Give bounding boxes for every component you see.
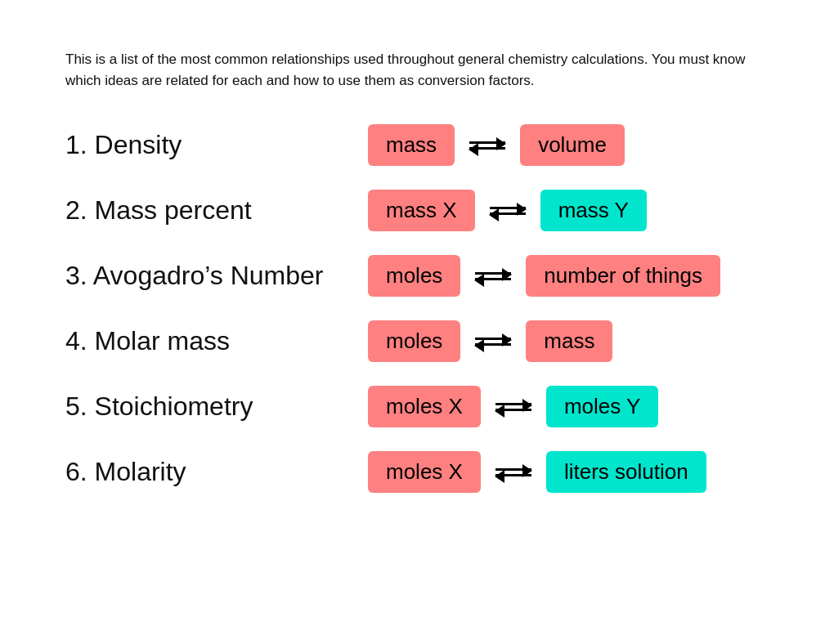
relationship-label-4: 4. Molar mass — [65, 326, 368, 356]
intro-paragraph: This is a list of the most common relati… — [65, 49, 769, 92]
relationship-item-3: 3. Avogadro’s Numbermolesnumber of thing… — [65, 248, 769, 305]
chip-right-2: mass Y — [540, 190, 647, 231]
relationship-chips-5: moles Xmoles Y — [368, 386, 658, 427]
chip-left-5: moles X — [368, 386, 481, 427]
relationship-label-3: 3. Avogadro’s Number — [65, 261, 368, 291]
relationship-item-4: 4. Molar massmolesmass — [65, 313, 769, 370]
arrows-6 — [492, 468, 535, 476]
chip-right-6: liters solution — [546, 451, 706, 493]
arrows-1 — [466, 141, 509, 150]
arrows-3 — [472, 272, 514, 280]
arrows-4 — [472, 338, 514, 346]
arrow-left-1 — [469, 147, 505, 150]
arrows-2 — [486, 207, 529, 215]
relationship-list: 1. Densitymassvolume2. Mass percentmass … — [65, 117, 769, 501]
arrow-left-6 — [495, 474, 531, 476]
relationship-chips-6: moles Xliters solution — [368, 451, 706, 493]
relationship-item-5: 5. Stoichiometrymoles Xmoles Y — [65, 378, 769, 436]
arrow-left-2 — [490, 212, 526, 215]
chip-right-3: number of things — [526, 255, 720, 297]
relationship-label-1: 1. Density — [65, 130, 368, 160]
chip-left-4: moles — [368, 320, 460, 362]
chip-right-5: moles Y — [546, 386, 658, 427]
relationship-chips-4: molesmass — [368, 320, 612, 362]
relationship-item-1: 1. Densitymassvolume — [65, 117, 769, 174]
chip-right-4: mass — [526, 320, 612, 362]
relationship-chips-2: mass Xmass Y — [368, 190, 647, 231]
relationship-chips-3: molesnumber of things — [368, 255, 720, 297]
chip-left-2: mass X — [368, 190, 475, 231]
chip-left-1: mass — [368, 124, 455, 166]
chip-left-3: moles — [368, 255, 460, 297]
relationship-item-2: 2. Mass percentmass Xmass Y — [65, 182, 769, 239]
chip-left-6: moles X — [368, 451, 481, 493]
relationship-label-5: 5. Stoichiometry — [65, 391, 368, 422]
arrow-left-4 — [475, 343, 511, 346]
relationship-item-6: 6. Molaritymoles Xliters solution — [65, 444, 769, 501]
arrows-5 — [492, 403, 535, 411]
relationship-label-6: 6. Molarity — [65, 457, 368, 487]
relationship-label-2: 2. Mass percent — [65, 195, 368, 226]
chip-right-1: volume — [520, 124, 625, 166]
arrow-left-3 — [475, 278, 511, 280]
arrow-left-5 — [495, 409, 531, 411]
relationship-chips-1: massvolume — [368, 124, 625, 166]
